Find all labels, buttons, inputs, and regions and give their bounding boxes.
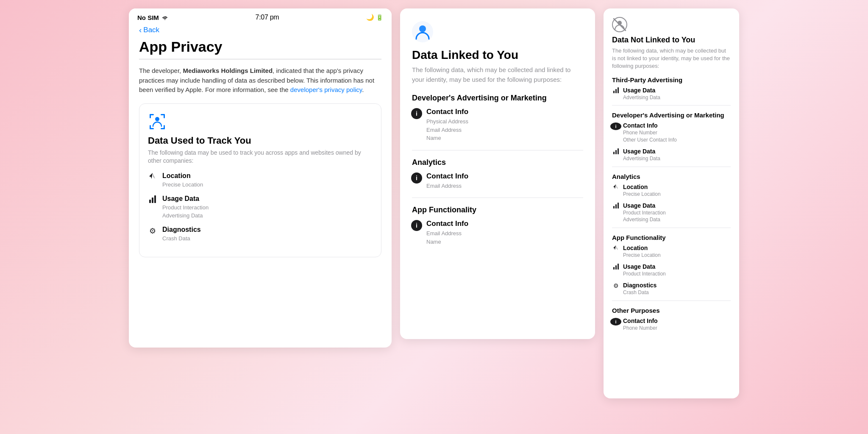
right-dev-usage-label: Usage Data — [623, 148, 660, 155]
right-dev-contact-sub: Phone NumberOther User Contact Info — [623, 129, 677, 144]
right-dev-contact-item: i Contact Info Phone NumberOther User Co… — [612, 122, 731, 144]
linked-divider-1 — [412, 150, 583, 150]
privacy-policy-link[interactable]: developer's privacy policy — [290, 86, 362, 93]
right-appfunc-usage-content: Usage Data Product Interaction — [623, 263, 666, 278]
right-appfunc-usage-label: Usage Data — [623, 263, 666, 270]
wifi-icon — [161, 15, 168, 20]
linked-appfunc-info-icon: i — [412, 220, 421, 231]
right-other-contact-content: Contact Info Phone Number — [623, 317, 658, 332]
status-bar: No SIM 7:07 pm 🌙 🔋 — [129, 8, 392, 24]
right-appfunc-title: App Functionality — [612, 234, 731, 241]
linked-analytics-contact-sub: Email Address — [426, 182, 468, 190]
right-analytics-title: Analytics — [612, 173, 731, 180]
right-other-contact-item: i Contact Info Phone Number — [612, 317, 731, 332]
track-diagnostics-label: Diagnostics — [162, 226, 201, 234]
svg-rect-7 — [164, 125, 165, 129]
linked-dev-contact-label: Contact Info — [426, 108, 468, 116]
right-third-bar-icon — [612, 87, 620, 93]
right-divider-3 — [612, 228, 731, 228]
not-linked-icon-wrap — [612, 17, 627, 32]
app-privacy-panel: No SIM 7:07 pm 🌙 🔋 ‹ Back App Privacy Th… — [129, 8, 392, 348]
linked-section-analytics-title: Analytics — [412, 158, 583, 167]
right-appfunc-usage-sub: Product Interaction — [623, 270, 666, 278]
location-arrow-icon — [148, 172, 157, 180]
privacy-description: The developer, Mediaworks Holdings Limit… — [139, 66, 381, 95]
track-diagnostics-sub: Crash Data — [162, 234, 201, 243]
track-usage-content: Usage Data Product InteractionAdvertisin… — [162, 195, 209, 220]
right-other-contact-sub: Phone Number — [623, 325, 658, 332]
right-analytics-location-label: Location — [623, 184, 661, 190]
track-location-content: Location Precise Location — [162, 172, 203, 189]
right-other-title: Other Purposes — [612, 307, 731, 314]
linked-analytics-contact-item: i Contact Info Email Address — [412, 172, 583, 190]
linked-icon-wrap — [412, 21, 433, 42]
track-usage-label: Usage Data — [162, 195, 209, 203]
svg-rect-3 — [164, 114, 165, 118]
data-linked-panel: Data Linked to You The following data, w… — [400, 8, 595, 339]
svg-rect-5 — [150, 125, 151, 129]
right-appfunc-location-label: Location — [623, 245, 661, 251]
track-diagnostics-item: ⚙ Diagnostics Crash Data — [148, 226, 373, 243]
right-analytics-usage-item: Usage Data Product InteractionAdvertisin… — [612, 202, 731, 224]
linked-appfunc-contact-sub: Email AddressName — [426, 229, 468, 246]
track-location-sub: Precise Location — [162, 181, 203, 189]
track-diagnostics-content: Diagnostics Crash Data — [162, 226, 201, 243]
right-analytics-usage-content: Usage Data Product InteractionAdvertisin… — [623, 202, 666, 224]
linked-dev-contact-sub: Physical AddressEmail AddressName — [426, 117, 468, 142]
right-analytics-location-content: Location Precise Location — [623, 184, 661, 198]
right-appfunc-arrow-icon — [612, 245, 620, 251]
right-analytics-usage-sub: Product InteractionAdvertising Data — [623, 209, 666, 224]
right-appfunc-diagnostics-sub: Crash Data — [623, 289, 657, 296]
right-dev-contact-label: Contact Info — [623, 122, 677, 129]
status-right: 🌙 🔋 — [366, 14, 383, 21]
right-third-usage-item: Usage Data Advertising Data — [612, 87, 731, 101]
right-appfunc-location-item: Location Precise Location — [612, 245, 731, 259]
battery-icon: 🔋 — [376, 14, 383, 21]
linked-section-app-func-title: App Functionality — [412, 206, 583, 214]
right-other-contact-label: Contact Info — [623, 317, 658, 324]
track-usage-sub: Product InteractionAdvertising Data — [162, 203, 209, 220]
linked-section-dev-adv-title: Developer's Advertising or Marketing — [412, 94, 583, 103]
track-title: Data Used to Track You — [148, 135, 373, 146]
right-dev-usage-sub: Advertising Data — [623, 155, 660, 162]
moon-icon: 🌙 — [366, 14, 374, 21]
track-desc: The following data may be used to track … — [148, 149, 373, 165]
linked-appfunc-contact-item: i Contact Info Email AddressName — [412, 220, 583, 246]
track-icon-wrap — [148, 112, 167, 131]
right-divider-4 — [612, 300, 731, 301]
right-divider-2 — [612, 167, 731, 167]
track-usage-item: Usage Data Product InteractionAdvertisin… — [148, 195, 373, 220]
developer-name: Mediaworks Holdings Limited — [183, 67, 273, 74]
right-analytics-location-item: Location Precise Location — [612, 184, 731, 198]
right-appfunc-bar-icon — [612, 264, 620, 270]
linked-dev-contact-info-icon: i — [412, 108, 421, 119]
right-third-usage-sub: Advertising Data — [623, 94, 660, 101]
right-appfunc-diagnostics-content: Diagnostics Crash Data — [623, 282, 657, 296]
right-dev-bar-icon — [612, 148, 620, 154]
back-label: Back — [143, 26, 159, 34]
back-button[interactable]: ‹ Back — [139, 25, 381, 35]
data-not-linked-panel: Data Not Linked to You The following dat… — [604, 8, 739, 398]
linked-dev-contact-item: i Contact Info Physical AddressEmail Add… — [412, 108, 583, 142]
right-third-usage-content: Usage Data Advertising Data — [623, 87, 660, 101]
right-appfunc-gear-icon: ⚙ — [612, 282, 620, 289]
linked-title: Data Linked to You — [412, 48, 583, 62]
svg-rect-1 — [150, 114, 151, 118]
linked-divider-2 — [412, 198, 583, 198]
right-dev-adv-title: Developer's Advertising or Marketing — [612, 111, 731, 119]
linked-analytics-contact-content: Contact Info Email Address — [426, 172, 468, 190]
right-dev-usage-content: Usage Data Advertising Data — [623, 148, 660, 162]
right-appfunc-usage-item: Usage Data Product Interaction — [612, 263, 731, 278]
diagnostics-gear-icon: ⚙ — [148, 226, 157, 236]
right-analytics-arrow-icon — [612, 184, 620, 190]
linked-analytics-contact-label: Contact Info — [426, 172, 468, 181]
clock-label: 7:07 pm — [256, 14, 279, 21]
svg-point-8 — [155, 117, 159, 121]
right-dev-usage-item: Usage Data Advertising Data — [612, 148, 731, 162]
right-other-info-icon: i — [612, 318, 620, 326]
linked-dev-contact-content: Contact Info Physical AddressEmail Addre… — [426, 108, 468, 142]
linked-appfunc-contact-label: Contact Info — [426, 220, 468, 228]
linked-desc: The following data, which may be collect… — [412, 65, 583, 84]
right-appfunc-location-content: Location Precise Location — [623, 245, 661, 259]
right-analytics-usage-label: Usage Data — [623, 202, 666, 209]
